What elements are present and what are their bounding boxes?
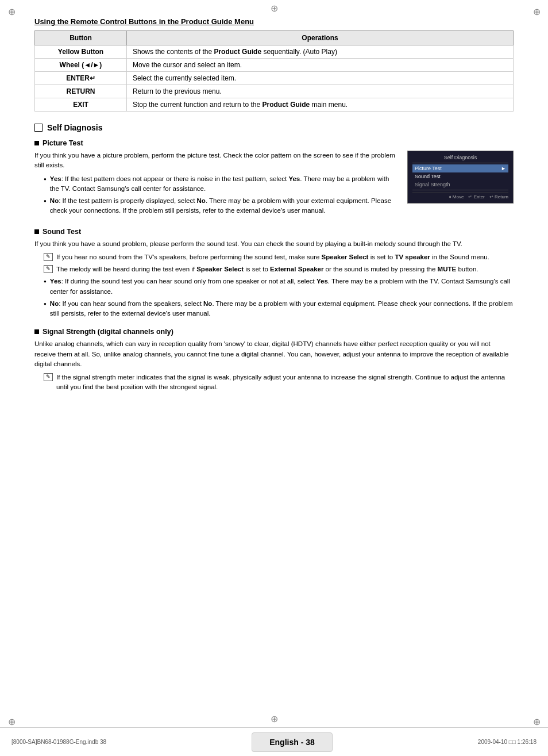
signal-strength-note: ✎ If the signal strength meter indicates…	[44, 373, 514, 393]
sound-test-note1: ✎ If you hear no sound from the TV's spe…	[44, 252, 514, 262]
table-cell-button: RETURN	[35, 85, 127, 98]
table-cell-operation: Move the cursor and select an item.	[127, 59, 514, 72]
corner-mark-br: ⊕	[531, 716, 542, 727]
signal-strength-intro: Unlike analog channels, which can vary i…	[34, 339, 514, 369]
note-icon: ✎	[44, 265, 53, 273]
bullet-no: No: If the test pattern is properly disp…	[44, 196, 398, 216]
corner-mark-bl: ⊕	[6, 716, 17, 727]
note-icon: ✎	[44, 373, 53, 381]
table-cell-button: Wheel (◄/►)	[35, 59, 127, 72]
sound-test-intro: If you think you have a sound problem, p…	[34, 239, 514, 249]
table-header-operations: Operations	[127, 31, 514, 45]
table-row: ENTER↵ Select the currently selected ite…	[35, 72, 514, 85]
table-cell-button: ENTER↵	[35, 72, 127, 85]
picture-test-section: Picture Test If you think you have a pic…	[34, 139, 514, 218]
bullet-yes: Yes: If during the sound test you can he…	[44, 277, 514, 297]
table-cell-button: EXIT	[35, 98, 127, 112]
page: ⊕ ⊕ ⊕ ⊕ ⊕ ⊕ Using the Remote Control But…	[0, 0, 548, 756]
picture-test-text: If you think you have a picture problem,…	[34, 151, 398, 218]
sound-test-bullets: Yes: If during the sound test you can he…	[44, 277, 514, 318]
screen-menu-signal-strength: Signal Strength	[412, 181, 508, 189]
corner-mark-tr: ⊕	[531, 6, 542, 17]
table-cell-operation: Shows the contents of the Product Guide …	[127, 45, 514, 59]
tv-screen-mockup: Self Diagnosis Picture Test ► Sound Test…	[407, 151, 514, 204]
self-diagnosis-section: Self Diagnosis Picture Test If you think…	[34, 123, 514, 393]
corner-mark-tl: ⊕	[6, 6, 17, 17]
footer-center: English - 38	[252, 732, 333, 752]
top-center-mark: ⊕	[271, 3, 278, 14]
picture-test-intro: If you think you have a picture problem,…	[34, 151, 398, 171]
signal-strength-title: Signal Strength (digital channels only)	[34, 328, 514, 336]
table-row: EXIT Stop the current function and retur…	[35, 98, 514, 112]
table-row: RETURN Return to the previous menu.	[35, 85, 514, 98]
screen-menu-picture-test: Picture Test ►	[412, 164, 508, 172]
checkbox-icon	[34, 124, 43, 132]
square-bullet-icon	[34, 329, 39, 334]
footer-left: [8000-SA]BN68-01988G-Eng.indb 38	[11, 739, 106, 745]
footer-right: 2009-04-10 □□ 1:26:18	[478, 739, 537, 745]
table-row: Wheel (◄/►) Move the cursor and select a…	[35, 59, 514, 72]
bottom-center-mark: ⊕	[271, 713, 278, 724]
bullet-no: No: If you can hear sound from the speak…	[44, 299, 514, 319]
sound-test-note2: ✎ The melody will be heard during the te…	[44, 264, 514, 274]
table-cell-operation: Select the currently selected item.	[127, 72, 514, 85]
self-diagnosis-title: Self Diagnosis	[34, 123, 514, 132]
screen-title: Self Diagnosis	[412, 155, 508, 160]
guide-table: Button Operations Yellow Button Shows th…	[34, 30, 514, 112]
section-title: Using the Remote Control Buttons in the …	[34, 17, 514, 26]
screen-menu-sound-test: Sound Test	[412, 172, 508, 181]
picture-test-bullets: Yes: If the test pattern does not appear…	[44, 174, 398, 216]
table-cell-button: Yellow Button	[35, 45, 127, 59]
picture-test-title: Picture Test	[34, 139, 514, 147]
page-footer: [8000-SA]BN68-01988G-Eng.indb 38 English…	[0, 727, 548, 756]
note-icon: ✎	[44, 253, 53, 261]
screen-divider2	[412, 190, 508, 190]
table-header-button: Button	[35, 31, 127, 45]
square-bullet-icon	[34, 141, 39, 145]
picture-test-content: If you think you have a picture problem,…	[34, 151, 514, 218]
signal-strength-section: Signal Strength (digital channels only) …	[34, 328, 514, 392]
screen-divider	[412, 163, 508, 163]
table-row: Yellow Button Shows the contents of the …	[35, 45, 514, 59]
bullet-yes: Yes: If the test pattern does not appear…	[44, 174, 398, 194]
square-bullet-icon	[34, 229, 39, 234]
self-diagnosis-screen: Self Diagnosis Picture Test ► Sound Test…	[407, 151, 514, 204]
table-cell-operation: Return to the previous menu.	[127, 85, 514, 98]
screen-footer: ♦ Move ↵ Enter ↩ Return	[412, 193, 508, 199]
sound-test-section: Sound Test If you think you have a sound…	[34, 228, 514, 319]
table-cell-operation: Stop the current function and return to …	[127, 98, 514, 112]
sound-test-title: Sound Test	[34, 228, 514, 236]
